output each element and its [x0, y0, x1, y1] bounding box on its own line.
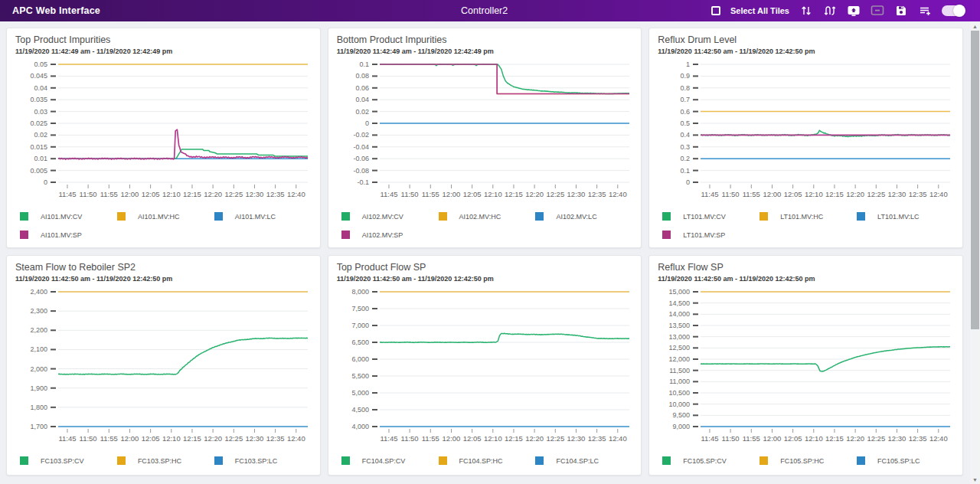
svg-text:12:20: 12:20: [525, 434, 544, 443]
legend-label: AI102.MV:CV: [362, 213, 403, 221]
tile-title: Top Product Impurities: [15, 34, 312, 45]
legend-swatch: [341, 212, 350, 221]
svg-text:12:25: 12:25: [546, 434, 564, 443]
legend-swatch: [117, 212, 126, 221]
tile-top-product-impurities[interactable]: Top Product Impurities 11/19/2020 11:42:…: [6, 28, 321, 248]
legend-label: FC103.SP:LC: [235, 457, 278, 465]
legend-item: FC105.SP:CV: [662, 456, 760, 465]
legend-label: AI101.MV:HC: [138, 213, 180, 221]
svg-text:12:05: 12:05: [784, 434, 802, 443]
scrollbar-thumb[interactable]: [971, 31, 979, 329]
legend-item: FC103.SP:LC: [214, 456, 312, 465]
svg-text:12:40: 12:40: [609, 190, 627, 198]
chart-canvas[interactable]: 10.90.80.70.60.50.40.30.20.1011:4511:501…: [658, 58, 954, 201]
chart-canvas[interactable]: 0.10.080.060.040.020-0.02-0.04-0.06-0.08…: [337, 58, 633, 201]
svg-text:11:50: 11:50: [722, 434, 740, 443]
legend-swatch: [535, 212, 544, 221]
select-all-label: Select All Tiles: [730, 6, 789, 15]
svg-text:0.04: 0.04: [355, 96, 369, 103]
svg-text:12:00: 12:00: [763, 190, 782, 198]
legend-item: FC103.SP:HC: [117, 456, 214, 465]
chart-canvas[interactable]: 0.050.0450.040.0350.030.0250.020.0150.01…: [15, 58, 312, 201]
svg-text:-0.02: -0.02: [353, 131, 369, 139]
svg-text:12:10: 12:10: [484, 190, 502, 198]
svg-text:12,000: 12,000: [669, 355, 691, 363]
tile-time-range: 11/19/2020 11:42:49 am - 11/19/2020 12:4…: [337, 47, 633, 55]
svg-text:0.5: 0.5: [681, 119, 691, 127]
tile-title: Bottom Product Impurities: [337, 34, 633, 45]
legend-item: FC105.SP:LC: [857, 456, 954, 465]
svg-text:12:40: 12:40: [609, 434, 627, 443]
svg-text:12:30: 12:30: [888, 190, 906, 198]
svg-text:0.02: 0.02: [34, 131, 47, 139]
header-toolbar: Select All Tiles: [711, 4, 965, 18]
svg-text:12:25: 12:25: [224, 190, 243, 198]
svg-text:11:55: 11:55: [421, 190, 439, 198]
tile-reflux-drum-level[interactable]: Reflux Drum Level 11/19/2020 11:42:50 am…: [648, 28, 963, 248]
svg-text:12:15: 12:15: [505, 190, 523, 198]
tile-steam-flow-to-reboiler[interactable]: Steam Flow to Reboiler SP2 11/19/2020 11…: [6, 255, 321, 476]
legend-item: LT101.MV:SP: [662, 231, 760, 239]
svg-text:12:30: 12:30: [888, 434, 906, 443]
chart-legend: FC103.SP:CVFC103.SP:HCFC103.SP:LC: [15, 456, 312, 465]
vertical-scrollbar[interactable]: ▲ ▼: [970, 21, 980, 484]
sort-vertical-icon[interactable]: [799, 4, 813, 18]
svg-text:12:10: 12:10: [484, 434, 502, 443]
tiles-toggle[interactable]: [942, 5, 965, 16]
svg-text:9,000: 9,000: [673, 423, 691, 430]
svg-text:2,200: 2,200: [30, 326, 47, 334]
svg-text:11:55: 11:55: [743, 434, 760, 443]
legend-label: FC103.SP:CV: [41, 457, 84, 465]
tile-time-range: 11/19/2020 11:42:49 am - 11/19/2020 12:4…: [15, 47, 312, 55]
tile-bottom-product-impurities[interactable]: Bottom Product Impurities 11/19/2020 11:…: [328, 28, 642, 248]
legend-swatch: [341, 456, 350, 465]
tile-title: Reflux Drum Level: [658, 34, 954, 45]
legend-swatch: [20, 212, 28, 221]
svg-text:0: 0: [44, 178, 47, 186]
svg-text:11:50: 11:50: [722, 190, 740, 198]
svg-text:11:45: 11:45: [380, 190, 397, 198]
save-icon[interactable]: [894, 4, 908, 18]
playlist-add-icon[interactable]: [918, 4, 932, 18]
scroll-down-arrow[interactable]: ▼: [970, 475, 980, 484]
screen-remove-icon[interactable]: [871, 4, 884, 18]
svg-text:12:35: 12:35: [909, 434, 927, 443]
tile-reflux-flow-sp[interactable]: Reflux Flow SP 11/19/2020 11:42:50 am - …: [648, 255, 963, 476]
legend-label: AI101.MV:CV: [41, 213, 82, 221]
chart-canvas[interactable]: 15,00014,50014,00013,50013,00012,50012,0…: [658, 286, 954, 446]
svg-text:0.7: 0.7: [681, 96, 691, 103]
svg-text:2,000: 2,000: [30, 365, 47, 373]
legend-item: LT101.MV:LC: [857, 212, 954, 221]
legend-swatch: [20, 231, 28, 239]
svg-text:12:05: 12:05: [142, 190, 160, 198]
legend-swatch: [535, 456, 544, 465]
trend-arrows-icon[interactable]: [823, 4, 837, 18]
tile-top-product-flow-sp[interactable]: Top Product Flow SP 11/19/2020 11:42:50 …: [328, 255, 642, 476]
scroll-up-arrow[interactable]: ▲: [970, 21, 980, 31]
svg-text:12:20: 12:20: [525, 190, 544, 198]
chart-canvas[interactable]: 8,0007,5007,0006,5006,0005,5005,0004,500…: [337, 286, 633, 446]
tile-title: Steam Flow to Reboiler SP2: [15, 262, 312, 273]
svg-text:2,100: 2,100: [30, 345, 47, 353]
legend-swatch: [662, 212, 671, 221]
chart-canvas[interactable]: 2,4002,3002,2002,1002,0001,9001,8001,700…: [15, 286, 312, 446]
svg-text:12:35: 12:35: [266, 190, 285, 198]
legend-swatch: [439, 456, 447, 465]
svg-text:4,000: 4,000: [351, 423, 369, 430]
svg-text:12:40: 12:40: [287, 434, 305, 443]
svg-text:12:00: 12:00: [121, 434, 139, 443]
svg-text:0.8: 0.8: [681, 84, 691, 92]
svg-text:12:30: 12:30: [567, 434, 585, 443]
chart-legend: FC105.SP:CVFC105.SP:HCFC105.SP:LC: [658, 456, 954, 465]
select-all-checkbox[interactable]: [711, 6, 720, 15]
svg-text:12:25: 12:25: [224, 434, 243, 443]
svg-text:0.6: 0.6: [681, 108, 691, 116]
svg-text:0.035: 0.035: [30, 96, 47, 103]
screen-share-icon[interactable]: [847, 4, 861, 18]
svg-text:11:55: 11:55: [100, 190, 118, 198]
tile-title: Reflux Flow SP: [658, 262, 954, 273]
svg-text:11:50: 11:50: [80, 434, 97, 443]
svg-text:11:55: 11:55: [743, 190, 760, 198]
svg-text:11:45: 11:45: [380, 434, 397, 443]
svg-text:12:30: 12:30: [246, 190, 264, 198]
